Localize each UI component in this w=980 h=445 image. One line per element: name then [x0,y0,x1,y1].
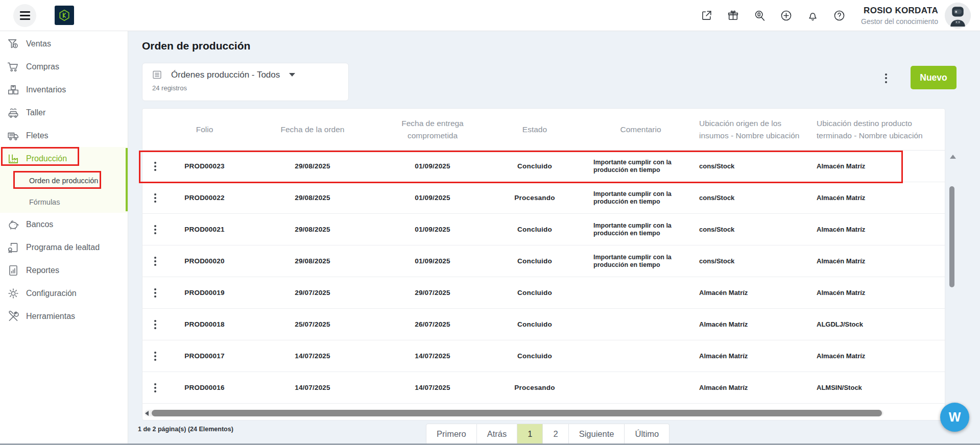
sidebar-subitem-label: Orden de producción [29,177,98,185]
menu-toggle-button[interactable] [13,4,36,27]
vertical-scrollbar-thumb[interactable] [949,186,954,287]
main-content: Orden de producción Órdenes producción -… [128,31,980,445]
cell-comentario: Importante cumplir con la producción en … [588,159,693,174]
row-menu-kebab-icon[interactable] [142,352,168,361]
cell-fecha-orden: 14/07/2025 [241,384,384,391]
sidebar-item-bancos[interactable]: Bancos [0,213,128,236]
cell-estado: Concluido [481,162,588,170]
user-name: ROSIO KORDATA [861,6,938,16]
pagination-first-button[interactable]: Primero [426,424,477,444]
column-header-fecha-orden: Fecha de la orden [241,123,384,135]
cell-fecha-orden: 29/07/2025 [241,289,384,296]
new-button[interactable]: Nuevo [911,66,957,89]
cell-estado: Concluido [481,320,588,328]
column-header-fecha-entrega: Fecha de entrega comprometida [384,117,481,141]
table-row: PROD0001614/07/202514/07/2025ProcesandoA… [142,372,945,404]
row-menu-kebab-icon[interactable] [142,225,168,234]
chat-widget-button[interactable]: W [940,403,969,432]
sidebar-item-compras[interactable]: Compras [0,55,128,78]
cell-ubicacion-origen: cons/Stock [693,194,810,202]
search-icon[interactable] [753,9,766,22]
cell-ubicacion-origen: cons/Stock [693,162,810,170]
pagination-page-1-button[interactable]: 1 [517,424,543,444]
cell-ubicacion-origen: Almacén Matríz [693,352,810,360]
cell-folio: PROD00019 [168,289,241,296]
view-selector[interactable]: Órdenes producción - Todos 24 registros [142,63,349,101]
row-menu-kebab-icon[interactable] [142,162,168,171]
topbar-icons [700,9,846,22]
car-wrench-icon [7,106,20,119]
cell-ubicacion-destino: Almacén Matríz [810,257,945,265]
row-menu-kebab-icon[interactable] [142,288,168,298]
cell-fecha-orden: 29/08/2025 [241,194,384,202]
cell-folio: PROD00021 [168,226,241,233]
cell-folio: PROD00020 [168,257,241,265]
scroll-left-arrow-icon[interactable] [145,411,149,416]
sidebar-item-orden-de-produccion[interactable]: Orden de producción [0,170,128,191]
row-menu-kebab-icon[interactable] [142,320,168,329]
gift-icon[interactable] [727,9,739,22]
column-header-comentario: Comentario [588,123,693,135]
table-row: PROD0001825/07/202526/07/2025ConcluidoAl… [142,309,945,340]
cell-ubicacion-destino: ALMSIN/Stock [810,384,945,391]
horizontal-scrollbar[interactable] [145,410,883,416]
user-block[interactable]: ROSIO KORDATA Gestor del conocimiento [861,6,938,26]
sidebar-item-taller[interactable]: Taller [0,101,128,124]
scroll-up-arrow-icon[interactable] [950,155,956,159]
app-logo[interactable] [55,6,74,25]
cell-ubicacion-origen: Almacén Matríz [693,384,810,391]
pagination-last-button[interactable]: Último [625,424,670,444]
sidebar-item-inventarios[interactable]: Inventarios [0,78,128,101]
column-header-folio: Folio [168,123,241,135]
avatar[interactable] [945,3,971,29]
sidebar-item-fletes[interactable]: Fletes [0,124,128,147]
row-menu-kebab-icon[interactable] [142,193,168,203]
sidebar-item-configuracion[interactable]: Configuración [0,282,128,305]
cell-estado: Concluido [481,352,588,360]
boxes-icon [7,83,20,96]
pagination-next-button[interactable]: Siguiente [569,424,625,444]
cell-folio: PROD00018 [168,320,241,328]
cell-fecha-entrega: 01/09/2025 [384,194,481,202]
notifications-bell-icon[interactable] [806,9,819,22]
row-menu-kebab-icon[interactable] [142,383,168,392]
shopping-cart-icon [7,60,20,73]
sidebar-item-ventas[interactable]: Ventas [0,32,128,55]
cell-ubicacion-destino: Almacén Matríz [810,352,945,360]
row-menu-kebab-icon[interactable] [142,257,168,266]
cell-fecha-entrega: 14/07/2025 [384,352,481,360]
user-role: Gestor del conocimiento [861,17,938,26]
column-header-ubicacion-origen: Ubicación origen de los insumos - Nombre… [693,117,810,141]
pagination-page-2-button[interactable]: 2 [543,424,568,444]
chat-widget-icon: W [949,410,961,425]
external-link-icon[interactable] [700,9,713,22]
horizontal-scrollbar-thumb[interactable] [152,410,882,416]
cell-comentario: Importante cumplir con la producción en … [588,254,693,269]
pagination-prev-button[interactable]: Atrás [477,424,518,444]
cell-ubicacion-origen: cons/Stock [693,226,810,233]
add-circle-icon[interactable] [780,9,793,22]
chevron-down-icon [289,73,295,77]
cell-fecha-entrega: 01/09/2025 [384,226,481,233]
list-options-kebab-icon[interactable] [877,69,895,87]
robot-avatar-icon [945,3,971,29]
report-chart-icon [7,264,20,277]
sidebar-item-reportes[interactable]: Reportes [0,259,128,282]
help-icon[interactable] [833,9,846,22]
sidebar-item-produccion[interactable]: Producción [0,147,128,170]
table-body: PROD0002329/08/202501/09/2025ConcluidoIm… [142,151,945,404]
factory-icon [7,152,20,165]
piggy-bank-icon [7,218,20,231]
sidebar-item-programa-de-lealtad[interactable]: Programa de lealtad [0,236,128,259]
sidebar-item-label: Ventas [26,39,51,48]
loyalty-card-icon [7,241,20,254]
sidebar-item-formulas[interactable]: Fórmulas [0,191,128,213]
table-row: PROD0002029/08/202501/09/2025ConcluidoIm… [142,245,945,277]
cell-estado: Concluido [481,257,588,265]
sidebar-subitem-label: Fórmulas [29,198,60,206]
cell-ubicacion-destino: Almacén Matríz [810,162,945,170]
cell-folio: PROD00023 [168,162,241,170]
sidebar-item-herramientas[interactable]: Herramientas [0,305,128,328]
cell-estado: Concluido [481,289,588,296]
pagination: Primero Atrás 1 2 Siguiente Último [426,424,670,444]
